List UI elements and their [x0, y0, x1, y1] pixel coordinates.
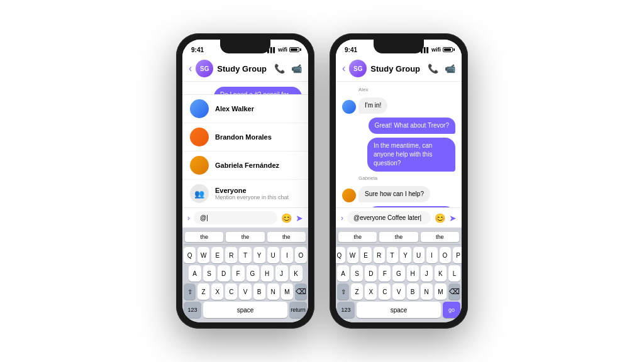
video-icon-2[interactable]: 📹 [445, 63, 455, 74]
key-b-1[interactable]: B [253, 283, 265, 300]
key-d-1[interactable]: D [218, 265, 230, 282]
suggestion-1c[interactable]: the [267, 232, 306, 242]
key-j-1[interactable]: J [275, 265, 288, 282]
key-v-2[interactable]: V [392, 283, 404, 300]
key-123-1[interactable]: 123 [184, 302, 201, 318]
nav-bar-2: ‹ SG Study Group 📞 📹 [336, 57, 462, 82]
call-icon-1[interactable]: 📞 [274, 63, 285, 74]
keyboard-1: the the the Q W E R T Y U I O A S [182, 228, 308, 322]
suggestion-2b[interactable]: the [379, 232, 418, 242]
key-go-2[interactable]: go [443, 302, 460, 318]
notch-1 [220, 40, 270, 53]
key-j-2[interactable]: J [421, 265, 433, 282]
key-w-1[interactable]: W [197, 247, 209, 263]
key-return-1[interactable]: return [289, 302, 307, 318]
input-field-2[interactable]: @everyone Coffee later| [347, 211, 431, 224]
key-u-2[interactable]: U [413, 247, 425, 263]
key-x-1[interactable]: X [211, 283, 223, 300]
key-delete-1[interactable]: ⌫ [295, 283, 307, 300]
key-b-2[interactable]: B [407, 283, 419, 300]
send-button-2[interactable]: ➤ [449, 213, 457, 223]
mention-item-alex[interactable]: Alex Walker [182, 95, 308, 123]
mention-item-brandon[interactable]: Brandon Morales [182, 123, 308, 151]
suggestion-1a[interactable]: the [185, 232, 223, 242]
key-s-2[interactable]: S [351, 265, 363, 282]
key-m-1[interactable]: M [281, 283, 293, 300]
keyboard-row-a-2: A S D F G H J K L [337, 265, 460, 282]
key-g-1[interactable]: G [247, 265, 259, 282]
key-e-2[interactable]: E [360, 247, 372, 263]
key-c-1[interactable]: C [225, 283, 237, 300]
key-k-1[interactable]: K [290, 265, 303, 282]
emoji-button-1[interactable]: 😊 [281, 213, 292, 223]
key-delete-2[interactable]: ⌫ [448, 283, 460, 300]
key-f-2[interactable]: F [379, 265, 391, 282]
key-y-1[interactable]: Y [253, 247, 265, 263]
key-d-2[interactable]: D [365, 265, 377, 282]
avatar-alex-2 [342, 100, 356, 114]
key-h-1[interactable]: H [261, 265, 274, 282]
key-u-1[interactable]: U [267, 247, 279, 263]
input-field-1[interactable]: @| [194, 211, 277, 224]
key-m-2[interactable]: M [435, 283, 447, 300]
key-r-2[interactable]: R [374, 247, 385, 263]
received-bubble-gabriela: Sure how can I help? [358, 186, 430, 202]
key-space-1[interactable]: space [203, 302, 287, 318]
key-p-2[interactable]: P [453, 247, 462, 263]
key-h-2[interactable]: H [407, 265, 419, 282]
mention-item-gabriela[interactable]: Gabriela Fernández [182, 151, 308, 180]
sent-bubble-2a: Great! What about Trevor? [369, 118, 455, 134]
emoji-button-2[interactable]: 😊 [435, 213, 445, 223]
key-a-1[interactable]: A [189, 265, 201, 282]
key-n-1[interactable]: N [267, 283, 279, 300]
key-q-2[interactable]: Q [336, 247, 345, 263]
key-i-2[interactable]: I [426, 247, 438, 263]
battery-icon-1 [289, 47, 299, 52]
key-i-1[interactable]: I [281, 247, 293, 263]
key-e-1[interactable]: E [211, 247, 223, 263]
key-x-2[interactable]: X [365, 283, 377, 300]
suggestion-2a[interactable]: the [338, 232, 377, 242]
suggestion-2c[interactable]: the [421, 232, 459, 242]
key-n-2[interactable]: N [421, 283, 433, 300]
key-z-2[interactable]: Z [351, 283, 363, 300]
key-f-1[interactable]: F [232, 265, 245, 282]
key-123-2[interactable]: 123 [337, 302, 355, 318]
key-c-2[interactable]: C [379, 283, 391, 300]
key-space-2[interactable]: space [357, 302, 441, 318]
key-t-1[interactable]: T [239, 247, 251, 263]
key-shift-1[interactable]: ⇧ [184, 283, 196, 300]
key-q-1[interactable]: Q [184, 247, 196, 263]
input-bar-1: › @| 😊 ➤ [182, 207, 308, 228]
key-shift-2[interactable]: ⇧ [337, 283, 349, 300]
group-avatar-2: SG [349, 60, 367, 77]
mention-avatar-everyone: 👥 [190, 184, 209, 203]
key-l-2[interactable]: L [448, 265, 460, 282]
back-button-2[interactable]: ‹ [342, 63, 345, 74]
suggestion-1b[interactable]: the [226, 232, 264, 242]
keyboard-2: the the the Q W E R T Y U I O P A [336, 228, 462, 322]
sent-bubble-row-2a: Great! What about Trevor? [342, 118, 455, 134]
key-z-1[interactable]: Z [197, 283, 209, 300]
mention-name-brandon: Brandon Morales [215, 133, 272, 141]
mention-name-everyone: Everyone [215, 187, 289, 194]
key-y-2[interactable]: Y [400, 247, 411, 263]
key-g-2[interactable]: G [392, 265, 404, 282]
key-v-1[interactable]: V [239, 283, 251, 300]
key-t-2[interactable]: T [387, 247, 398, 263]
key-s-1[interactable]: S [203, 265, 216, 282]
input-arrow-2: › [341, 214, 343, 222]
key-a-2[interactable]: A [337, 265, 349, 282]
key-o-2[interactable]: O [440, 247, 451, 263]
back-button-1[interactable]: ‹ [189, 63, 192, 74]
key-w-2[interactable]: W [347, 247, 358, 263]
chat-area-2: Alex I'm in! Great! What about Trevor? I… [336, 82, 462, 207]
key-k-2[interactable]: K [435, 265, 447, 282]
call-icon-2[interactable]: 📞 [428, 63, 438, 74]
send-button-1[interactable]: ➤ [296, 213, 303, 223]
key-o-1[interactable]: O [295, 247, 307, 263]
video-icon-1[interactable]: 📹 [291, 63, 302, 74]
mention-info-brandon: Brandon Morales [215, 133, 272, 141]
key-r-1[interactable]: R [225, 247, 237, 263]
mention-item-everyone[interactable]: 👥 Everyone Mention everyone in this chat [182, 180, 308, 207]
